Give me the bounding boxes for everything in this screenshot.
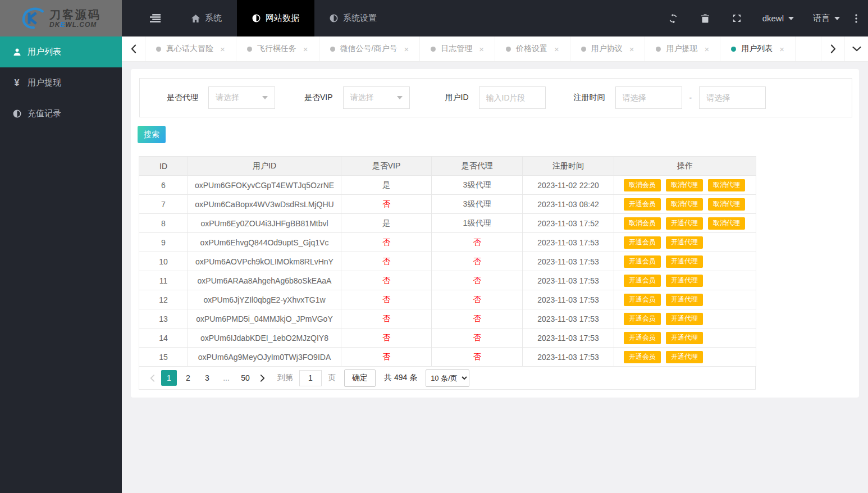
tab-close-icon[interactable]: ×	[554, 44, 559, 54]
tab-close-icon[interactable]: ×	[303, 44, 308, 54]
tab[interactable]: 价格设置 ×	[495, 36, 570, 61]
language-menu[interactable]: 语言	[803, 0, 849, 36]
reg-time-start-input[interactable]	[615, 86, 682, 109]
confirm-page-button[interactable]: 确定	[344, 369, 376, 387]
tab-label: 用户列表	[741, 44, 773, 54]
action-button[interactable]: 开通会员	[624, 236, 661, 249]
user-id-input[interactable]	[479, 86, 546, 109]
action-button[interactable]: 开通会员	[624, 332, 661, 344]
action-button[interactable]: 开通会员	[624, 294, 661, 306]
topnav-item-2[interactable]: 网站数据	[237, 0, 314, 36]
tabs-menu-icon[interactable]	[844, 36, 868, 61]
cell-actions: 取消会员开通代理取消代理	[614, 214, 756, 233]
cell-id: 6	[139, 176, 188, 195]
tabs-scroll-left-icon[interactable]	[122, 36, 145, 61]
topnav-item-3[interactable]: 系统设置	[314, 0, 392, 36]
tab[interactable]: 飞行棋任务 ×	[236, 36, 319, 61]
action-button[interactable]: 取消代理	[708, 179, 745, 191]
half-circle-icon	[252, 14, 261, 22]
user-name: dkewl	[762, 13, 784, 23]
page-number[interactable]: 2	[180, 370, 196, 386]
action-button[interactable]: 取消会员	[624, 179, 661, 191]
page-number[interactable]: 1	[161, 370, 177, 386]
cell-vip: 否	[341, 348, 432, 367]
reg-time-end-input[interactable]	[699, 86, 766, 109]
tab[interactable]: 真心话大冒险 ×	[145, 36, 236, 61]
top-navigation: 系统 网站数据 系统设置 dk	[122, 0, 868, 36]
tab-status-dot	[156, 47, 161, 52]
refresh-icon[interactable]	[657, 0, 689, 36]
next-page-icon[interactable]	[255, 375, 269, 382]
action-button[interactable]: 取消代理	[708, 198, 745, 211]
tab-close-icon[interactable]: ×	[404, 44, 409, 54]
page-number[interactable]: 3	[199, 370, 215, 386]
topbar-actions: dkewl 语言	[657, 0, 868, 36]
action-button[interactable]: 开通代理	[666, 236, 703, 249]
column-header: 是否代理	[432, 157, 523, 176]
vip-filter-select[interactable]: 请选择	[343, 86, 410, 109]
cell-user-id: oxPUm6JjYZIl0qbgE2-yXhvxTG1w	[188, 290, 341, 309]
action-button[interactable]: 开通会员	[624, 198, 661, 211]
action-button[interactable]: 开通会员	[624, 351, 661, 363]
action-button[interactable]: 取消代理	[666, 179, 703, 191]
action-button[interactable]: 取消会员	[624, 217, 661, 230]
cell-actions: 开通会员开通代理	[614, 233, 756, 252]
language-label: 语言	[813, 13, 830, 24]
action-button[interactable]: 开通会员	[624, 255, 661, 268]
table-row: 11 oxPUm6ARAa8AhgehAg6b8oSkEAaA 否 否 2023…	[139, 271, 756, 290]
action-button[interactable]: 开通代理	[666, 332, 703, 344]
topnav-item-1[interactable]: 系统	[176, 0, 237, 36]
tab-close-icon[interactable]: ×	[779, 44, 784, 54]
agent-filter-label: 是否代理	[167, 93, 198, 103]
cell-actions: 开通会员开通代理	[614, 309, 756, 328]
tab-close-icon[interactable]: ×	[629, 44, 634, 54]
page-number[interactable]: 50	[237, 370, 253, 386]
brand-logo[interactable]: 刀客源码 DKEWL.COM	[0, 0, 122, 36]
action-button[interactable]: 开通代理	[666, 294, 703, 306]
more-options-icon[interactable]	[849, 0, 868, 36]
action-button[interactable]: 开通代理	[666, 217, 703, 230]
per-page-select[interactable]: 10 条/页	[426, 369, 469, 387]
tab[interactable]: 用户列表 ×	[720, 36, 796, 61]
search-button[interactable]: 搜索	[138, 126, 166, 143]
action-button[interactable]: 开通会员	[624, 313, 661, 325]
action-button[interactable]: 取消代理	[708, 217, 745, 230]
sidebar-item-3[interactable]: 充值记录	[0, 98, 122, 129]
action-button[interactable]: 开通代理	[666, 313, 703, 325]
top-bar: 刀客源码 DKEWL.COM 系统 网站数据 系统设置	[0, 0, 868, 36]
tab[interactable]: 用户协议 ×	[570, 36, 646, 61]
sidebar-item-label: 用户提现	[28, 77, 61, 88]
tab[interactable]: 日志管理 ×	[420, 36, 495, 61]
prev-page-icon[interactable]	[145, 375, 159, 382]
tab-close-icon[interactable]: ×	[479, 44, 484, 54]
sidebar-item-2[interactable]: ¥ 用户提现	[0, 67, 122, 98]
column-header: ID	[139, 157, 188, 176]
action-button[interactable]: 开通代理	[666, 275, 703, 287]
tabs-scroll-right-icon[interactable]	[821, 36, 844, 61]
total-count-label: 共 494 条	[384, 373, 417, 383]
cell-user-id: oxPUm6EhvgQ844Od9uptS_Gjq1Vc	[188, 233, 341, 252]
tab-close-icon[interactable]: ×	[704, 44, 709, 54]
fullscreen-icon[interactable]	[721, 0, 753, 36]
action-button[interactable]: 取消代理	[666, 198, 703, 211]
agent-filter-select[interactable]: 请选择	[208, 86, 275, 109]
cell-vip: 是	[341, 176, 432, 195]
trash-icon[interactable]	[689, 0, 721, 36]
tab[interactable]: 用户提现 ×	[645, 36, 720, 61]
cell-agent: 否	[432, 309, 523, 328]
cell-vip: 否	[341, 328, 432, 348]
vip-select-value: 请选择	[350, 93, 374, 103]
sidebar-toggle-icon[interactable]	[134, 0, 176, 36]
tab-close-icon[interactable]: ×	[220, 44, 225, 54]
tab[interactable]: 微信公号/商户号 ×	[319, 36, 421, 61]
sidebar-item-1[interactable]: 用户列表	[0, 36, 122, 67]
action-button[interactable]: 开通会员	[624, 275, 661, 287]
action-button[interactable]: 开通代理	[666, 255, 703, 268]
chevron-down-icon	[397, 96, 403, 99]
goto-page-input[interactable]	[299, 370, 322, 386]
table-row: 6 oxPUm6GFOKyvCGpT4EWTJq5OzrNE 是 3级代理 20…	[139, 176, 756, 195]
action-button[interactable]: 开通代理	[666, 351, 703, 363]
brand-text: 刀客源码 DKEWL.COM	[49, 8, 101, 29]
main-content: 是否代理 请选择 是否VIP 请选择 用户ID 注册时间 -	[122, 62, 868, 493]
user-menu[interactable]: dkewl	[753, 0, 803, 36]
